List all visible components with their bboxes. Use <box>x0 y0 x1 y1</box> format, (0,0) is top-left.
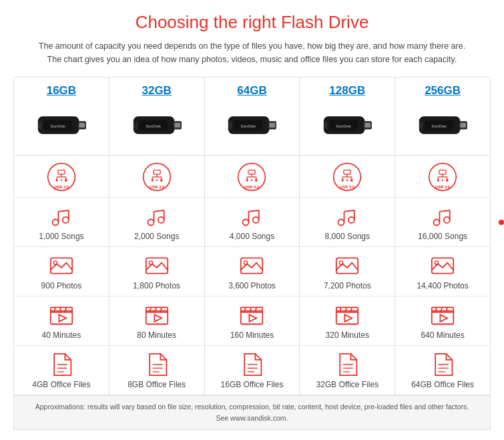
svg-rect-41 <box>154 170 160 174</box>
svg-text:USB 3.0: USB 3.0 <box>244 185 260 189</box>
cell-songs-16gb: 1,000 Songs <box>14 198 109 247</box>
svg-point-84 <box>253 217 259 223</box>
cell-photos-16gb: 900 Photos <box>14 247 109 296</box>
svg-marker-128 <box>345 314 352 322</box>
col-title-16gb: 16GB <box>47 84 76 97</box>
col-header-256gb: 256GB SanDisk <box>395 77 490 156</box>
office-label-16gb: 4GB Office Files <box>32 380 90 389</box>
svg-point-149 <box>434 220 440 226</box>
col-64gb: 64GB SanDisk <box>205 77 300 395</box>
svg-rect-123 <box>336 311 358 324</box>
svg-rect-68 <box>270 123 276 128</box>
svg-point-122 <box>340 261 343 264</box>
video-label-32gb: 80 Minutes <box>137 331 176 340</box>
svg-text:SanDisk: SanDisk <box>431 124 447 128</box>
svg-text:SanDisk: SanDisk <box>336 124 352 128</box>
col-header-64gb: 64GB SanDisk <box>205 77 300 156</box>
svg-point-50 <box>148 220 154 226</box>
cell-office-64gb: 16GB Office Files <box>205 346 300 395</box>
col-header-128gb: 128GB SanDisk <box>300 77 395 156</box>
svg-rect-80 <box>256 179 258 181</box>
cell-usb-badge-16gb: USB 3.0 <box>14 156 109 198</box>
cell-video-64gb: 160 Minutes <box>205 296 300 346</box>
col-title-64gb: 64GB <box>237 84 266 97</box>
col-title-128gb: 128GB <box>329 84 365 97</box>
col-title-32gb: 32GB <box>142 84 171 97</box>
songs-label-64gb: 4,000 Songs <box>230 232 274 241</box>
col-256gb: 256GB SanDisk <box>395 77 490 395</box>
svg-point-81 <box>251 180 253 182</box>
svg-text:SanDisk: SanDisk <box>241 124 257 128</box>
svg-rect-146 <box>446 179 448 181</box>
svg-rect-134 <box>460 123 466 128</box>
cell-usb-badge-128gb: USB 3.0 <box>300 156 395 198</box>
svg-line-153 <box>440 210 450 212</box>
svg-text:USB 3.0: USB 3.0 <box>150 185 165 189</box>
video-label-16gb: 40 Minutes <box>42 331 81 340</box>
photos-label-128gb: 7,200 Photos <box>324 281 371 290</box>
svg-line-87 <box>249 210 259 212</box>
cell-office-256gb: 64GB Office Files <box>395 346 490 395</box>
svg-rect-47 <box>160 179 162 181</box>
svg-line-21 <box>58 210 68 212</box>
svg-rect-101 <box>365 123 371 128</box>
svg-rect-107 <box>344 170 350 174</box>
svg-rect-24 <box>51 311 72 324</box>
svg-marker-29 <box>59 314 66 322</box>
cell-video-32gb: 80 Minutes <box>109 296 204 346</box>
svg-text:USB 3.0: USB 3.0 <box>340 185 355 189</box>
svg-text:USB 3.0: USB 3.0 <box>435 185 451 189</box>
songs-label-32gb: 2,000 Songs <box>134 232 179 241</box>
photos-label-16gb: 900 Photos <box>41 281 82 290</box>
cell-photos-32gb: 1,800 Photos <box>109 247 204 296</box>
columns-row: 16GB SanDisk <box>14 77 490 395</box>
footer-note: Approximations: results will vary based … <box>14 395 490 429</box>
col-128gb: 128GB SanDisk <box>300 77 395 395</box>
photos-label-64gb: 3,600 Photos <box>228 281 276 290</box>
svg-point-79 <box>246 179 248 181</box>
cell-songs-32gb: 2,000 Songs <box>109 198 204 247</box>
svg-point-117 <box>348 217 354 223</box>
cell-photos-64gb: 3,600 Photos <box>205 247 300 296</box>
cell-office-16gb: 4GB Office Files <box>14 346 109 395</box>
svg-point-150 <box>444 217 450 223</box>
svg-line-120 <box>344 210 354 212</box>
col-header-16gb: 16GB SanDisk <box>14 77 109 156</box>
office-label-256gb: 64GB Office Files <box>411 380 474 389</box>
svg-point-147 <box>442 180 444 182</box>
cell-usb-badge-64gb: USB 3.0 <box>205 156 300 198</box>
office-label-64gb: 16GB Office Files <box>221 380 284 389</box>
video-label-256gb: 640 Minutes <box>421 331 464 340</box>
subtitle: The amount of capacity you need depends … <box>13 39 491 66</box>
svg-rect-90 <box>241 311 262 324</box>
svg-text:SanDisk: SanDisk <box>50 124 66 128</box>
svg-rect-57 <box>146 311 167 324</box>
svg-point-23 <box>53 261 57 264</box>
svg-rect-35 <box>174 123 180 128</box>
svg-marker-62 <box>154 314 162 322</box>
cell-video-128gb: 320 Minutes <box>300 296 395 346</box>
cell-video-256gb: 640 Minutes <box>395 296 490 346</box>
red-dot-decoration <box>499 220 504 225</box>
svg-text:SanDisk: SanDisk <box>146 124 162 128</box>
svg-point-116 <box>338 220 344 226</box>
svg-point-83 <box>243 220 249 226</box>
page-wrapper: Choosing the right Flash Drive The amoun… <box>0 0 504 439</box>
svg-rect-156 <box>432 311 453 324</box>
cell-usb-badge-32gb: USB 3.0 <box>109 156 204 198</box>
svg-rect-2 <box>79 123 85 128</box>
cell-songs-64gb: 4,000 Songs <box>205 198 300 247</box>
svg-point-17 <box>52 220 58 226</box>
col-16gb: 16GB SanDisk <box>14 77 109 395</box>
svg-point-112 <box>342 179 344 181</box>
comparison-table: 16GB SanDisk <box>13 77 491 430</box>
svg-point-56 <box>149 261 152 264</box>
svg-marker-161 <box>440 314 447 322</box>
cell-usb-badge-256gb: USB 3.0 <box>395 156 490 198</box>
svg-point-18 <box>63 217 69 223</box>
songs-label-128gb: 8,000 Songs <box>325 232 370 241</box>
svg-line-54 <box>154 210 164 212</box>
songs-label-16gb: 1,000 Songs <box>39 232 83 241</box>
svg-point-13 <box>55 179 57 181</box>
svg-rect-140 <box>439 170 446 174</box>
